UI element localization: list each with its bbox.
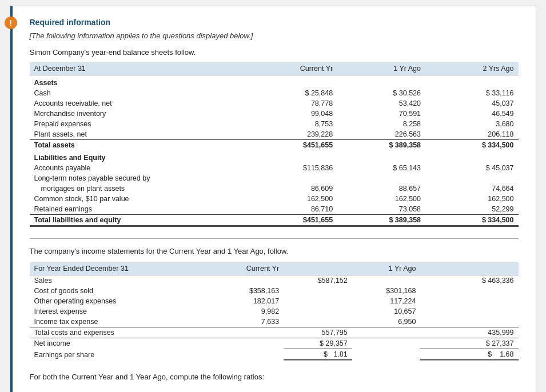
italic-note: [The following information applies to th… bbox=[30, 31, 519, 40]
total-liabilities-2yr: $ 334,500 bbox=[425, 215, 518, 226]
table-row: Retained earnings 86,710 73,058 52,299 bbox=[30, 204, 519, 215]
row-label: Prepaid expenses bbox=[30, 119, 250, 129]
income-col-1yr2 bbox=[420, 262, 518, 275]
table-row: Cash $ 25,848 $ 30,526 $ 33,116 bbox=[30, 88, 519, 98]
row-current: $ 25,848 bbox=[249, 88, 337, 98]
table-row: Merchandise inventory 99,048 70,591 46,5… bbox=[30, 109, 519, 119]
interest-curr2 bbox=[284, 306, 352, 317]
row-2yr: $ 45,037 bbox=[425, 163, 518, 173]
total-liabilities-row: Total liabilities and equity $451,655 $ … bbox=[30, 215, 519, 226]
row-label: Cash bbox=[30, 88, 250, 98]
total-costs-curr2: 557,795 bbox=[284, 327, 352, 338]
row-current: 8,753 bbox=[249, 119, 337, 129]
col-header-2yr: 2 Yrs Ago bbox=[425, 62, 518, 75]
required-title: Required information bbox=[30, 18, 519, 27]
income-statement-table: For Year Ended December 31 Current Yr 1 … bbox=[30, 262, 519, 361]
col-header-1yr: 1 Yr Ago bbox=[337, 62, 425, 75]
income-net-row: Net income $ 29,357 $ 27,337 bbox=[30, 338, 519, 349]
total-liabilities-1yr: $ 389,358 bbox=[337, 215, 425, 226]
row-label-indent: mortgages on plant assets bbox=[30, 183, 250, 194]
income-col-1yr1: 1 Yr Ago bbox=[352, 262, 421, 275]
eps-curr1 bbox=[215, 349, 284, 361]
row-current bbox=[249, 173, 337, 183]
eps-1yr1 bbox=[352, 349, 421, 361]
assets-label: Assets bbox=[30, 75, 250, 89]
table-row: Plant assets, net 239,228 226,563 206,11… bbox=[30, 129, 519, 140]
bottom-text: For both the Current Year and 1 Year Ago… bbox=[30, 373, 519, 381]
row-label: Common stock, $10 par value bbox=[30, 194, 250, 204]
tax-curr2 bbox=[284, 317, 352, 327]
col-header-label: At December 31 bbox=[30, 62, 250, 75]
liabilities-label: Liabilities and Equity bbox=[30, 150, 250, 163]
tax-curr1: 7,633 bbox=[215, 317, 284, 327]
total-assets-2yr: $ 334,500 bbox=[425, 140, 518, 151]
row-2yr: 162,500 bbox=[425, 194, 518, 204]
sales-label: Sales bbox=[30, 275, 216, 286]
total-assets-1yr: $ 389,358 bbox=[337, 140, 425, 151]
table-row: Accounts payable $115,836 $ 65,143 $ 45,… bbox=[30, 163, 519, 173]
section-assets: Assets bbox=[30, 75, 519, 89]
opex-curr1: 182,017 bbox=[215, 296, 284, 306]
total-costs-curr1 bbox=[215, 327, 284, 338]
row-1yr: 226,563 bbox=[337, 129, 425, 140]
table-row: Long-term notes payable secured by bbox=[30, 173, 519, 183]
row-current: 86,710 bbox=[249, 204, 337, 215]
row-1yr: 53,420 bbox=[337, 98, 425, 109]
row-label: Accounts receivable, net bbox=[30, 98, 250, 109]
row-current: 162,500 bbox=[249, 194, 337, 204]
row-label: Merchandise inventory bbox=[30, 109, 250, 119]
table-row: Accounts receivable, net 78,778 53,420 4… bbox=[30, 98, 519, 109]
opex-curr2 bbox=[284, 296, 352, 306]
income-cogs-row: Cost of goods sold $358,163 $301,168 bbox=[30, 286, 519, 296]
row-2yr: 74,664 bbox=[425, 183, 518, 194]
sales-curr1 bbox=[215, 275, 284, 286]
sales-curr2: $587,152 bbox=[284, 275, 352, 286]
cogs-1yr2 bbox=[420, 286, 518, 296]
total-assets-label: Total assets bbox=[30, 140, 250, 151]
total-costs-label: Total costs and expenses bbox=[30, 327, 216, 338]
eps-1yr2: $ 1.68 bbox=[420, 349, 518, 361]
row-1yr: $ 65,143 bbox=[337, 163, 425, 173]
cogs-1yr1: $301,168 bbox=[352, 286, 421, 296]
table-row: Prepaid expenses 8,753 8,258 3,680 bbox=[30, 119, 519, 129]
alert-icon: ! bbox=[5, 17, 17, 29]
row-current: 78,778 bbox=[249, 98, 337, 109]
opex-label: Other operating expenses bbox=[30, 296, 216, 306]
row-1yr: 8,258 bbox=[337, 119, 425, 129]
row-2yr bbox=[425, 173, 518, 183]
eps-label: Earnings per share bbox=[30, 349, 216, 361]
row-current: 86,609 bbox=[249, 183, 337, 194]
balance-sheet-intro: Simon Company's year-end balance sheets … bbox=[30, 48, 519, 57]
total-assets-current: $451,655 bbox=[249, 140, 337, 151]
page-container: ! Required information [The following in… bbox=[10, 6, 536, 392]
opex-1yr2 bbox=[420, 296, 518, 306]
net-income-1yr1 bbox=[352, 338, 421, 349]
total-liabilities-current: $451,655 bbox=[249, 215, 337, 226]
col-header-current: Current Yr bbox=[249, 62, 337, 75]
interest-label: Interest expense bbox=[30, 306, 216, 317]
interest-1yr2 bbox=[420, 306, 518, 317]
income-total-costs-row: Total costs and expenses 557,795 435,999 bbox=[30, 327, 519, 338]
net-income-curr2: $ 29,357 bbox=[284, 338, 352, 349]
row-1yr: 70,591 bbox=[337, 109, 425, 119]
net-income-1yr2: $ 27,337 bbox=[420, 338, 518, 349]
income-col-curr1: Current Yr bbox=[215, 262, 284, 275]
tax-1yr2 bbox=[420, 317, 518, 327]
row-2yr: $ 33,116 bbox=[425, 88, 518, 98]
table-row: Common stock, $10 par value 162,500 162,… bbox=[30, 194, 519, 204]
tax-label: Income tax expense bbox=[30, 317, 216, 327]
row-1yr: 88,657 bbox=[337, 183, 425, 194]
row-current: 239,228 bbox=[249, 129, 337, 140]
row-1yr: 73,058 bbox=[337, 204, 425, 215]
sales-1yr2: $ 463,336 bbox=[420, 275, 518, 286]
total-liabilities-label: Total liabilities and equity bbox=[30, 215, 250, 226]
cogs-label: Cost of goods sold bbox=[30, 286, 216, 296]
table-row: mortgages on plant assets 86,609 88,657 … bbox=[30, 183, 519, 194]
eps-curr2: $ 1.81 bbox=[284, 349, 352, 361]
sales-1yr1 bbox=[352, 275, 421, 286]
row-2yr: 3,680 bbox=[425, 119, 518, 129]
income-col-label: For Year Ended December 31 bbox=[30, 262, 216, 275]
income-stmt-intro: The company's income statements for the … bbox=[30, 247, 519, 255]
section-liabilities: Liabilities and Equity bbox=[30, 150, 519, 163]
total-costs-1yr2: 435,999 bbox=[420, 327, 518, 338]
